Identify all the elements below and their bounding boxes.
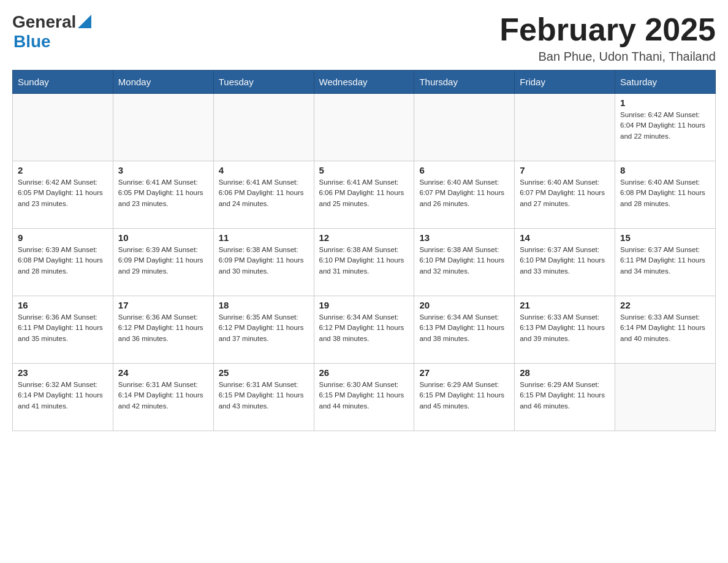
calendar-day-cell: [515, 94, 615, 161]
month-title: February 2025: [499, 12, 716, 47]
logo-blue-text: Blue: [13, 32, 51, 52]
calendar-day-cell: 13Sunrise: 6:38 AM Sunset: 6:10 PM Dayli…: [414, 229, 515, 296]
calendar-day-cell: 28Sunrise: 6:29 AM Sunset: 6:15 PM Dayli…: [515, 364, 615, 431]
day-info: Sunrise: 6:40 AM Sunset: 6:08 PM Dayligh…: [620, 177, 710, 209]
day-number: 27: [419, 367, 509, 378]
day-info: Sunrise: 6:37 AM Sunset: 6:11 PM Dayligh…: [620, 245, 710, 277]
day-info: Sunrise: 6:35 AM Sunset: 6:12 PM Dayligh…: [219, 312, 309, 344]
day-number: 24: [118, 367, 208, 378]
day-info: Sunrise: 6:42 AM Sunset: 6:05 PM Dayligh…: [18, 177, 108, 209]
day-number: 19: [319, 300, 409, 310]
day-info: Sunrise: 6:33 AM Sunset: 6:14 PM Dayligh…: [620, 312, 710, 344]
day-info: Sunrise: 6:41 AM Sunset: 6:06 PM Dayligh…: [319, 177, 409, 209]
logo: General Blue: [12, 12, 91, 52]
location: Ban Phue, Udon Thani, Thailand: [499, 50, 716, 64]
calendar-day-cell: 23Sunrise: 6:32 AM Sunset: 6:14 PM Dayli…: [13, 364, 113, 431]
day-number: 2: [18, 165, 108, 175]
calendar-day-cell: 11Sunrise: 6:38 AM Sunset: 6:09 PM Dayli…: [213, 229, 314, 296]
day-info: Sunrise: 6:41 AM Sunset: 6:05 PM Dayligh…: [118, 177, 208, 209]
day-number: 12: [319, 232, 409, 243]
svg-marker-0: [78, 15, 91, 28]
calendar-day-cell: [13, 94, 113, 161]
day-number: 18: [219, 300, 309, 310]
day-number: 10: [118, 232, 208, 243]
day-number: 9: [18, 232, 108, 243]
day-number: 26: [319, 367, 409, 378]
calendar-day-cell: 22Sunrise: 6:33 AM Sunset: 6:14 PM Dayli…: [615, 296, 716, 364]
calendar-week-row: 16Sunrise: 6:36 AM Sunset: 6:11 PM Dayli…: [13, 296, 716, 364]
day-info: Sunrise: 6:29 AM Sunset: 6:15 PM Dayligh…: [520, 380, 610, 412]
calendar-day-cell: 3Sunrise: 6:41 AM Sunset: 6:05 PM Daylig…: [113, 161, 213, 229]
day-info: Sunrise: 6:34 AM Sunset: 6:13 PM Dayligh…: [419, 312, 509, 344]
day-info: Sunrise: 6:41 AM Sunset: 6:06 PM Dayligh…: [219, 177, 309, 209]
calendar-day-cell: 20Sunrise: 6:34 AM Sunset: 6:13 PM Dayli…: [414, 296, 515, 364]
logo-general-text: General: [12, 12, 76, 32]
calendar-day-header: Saturday: [615, 71, 716, 94]
calendar-day-cell: [113, 94, 213, 161]
day-info: Sunrise: 6:33 AM Sunset: 6:13 PM Dayligh…: [520, 312, 610, 344]
calendar-day-cell: 4Sunrise: 6:41 AM Sunset: 6:06 PM Daylig…: [213, 161, 314, 229]
calendar-day-header: Friday: [515, 71, 615, 94]
logo-triangle-icon: [78, 15, 91, 28]
calendar-header-row: SundayMondayTuesdayWednesdayThursdayFrid…: [13, 71, 716, 94]
calendar-day-header: Wednesday: [314, 71, 414, 94]
day-number: 21: [520, 300, 610, 310]
calendar-day-header: Monday: [113, 71, 213, 94]
calendar-day-cell: [213, 94, 314, 161]
calendar-day-cell: 5Sunrise: 6:41 AM Sunset: 6:06 PM Daylig…: [314, 161, 414, 229]
day-number: 16: [18, 300, 108, 310]
day-number: 15: [620, 232, 710, 243]
day-number: 8: [620, 165, 710, 175]
calendar-day-cell: 17Sunrise: 6:36 AM Sunset: 6:12 PM Dayli…: [113, 296, 213, 364]
day-number: 20: [419, 300, 509, 310]
day-info: Sunrise: 6:30 AM Sunset: 6:15 PM Dayligh…: [319, 380, 409, 412]
calendar-day-cell: 25Sunrise: 6:31 AM Sunset: 6:15 PM Dayli…: [213, 364, 314, 431]
day-number: 5: [319, 165, 409, 175]
calendar-day-cell: [414, 94, 515, 161]
day-info: Sunrise: 6:38 AM Sunset: 6:10 PM Dayligh…: [319, 245, 409, 277]
day-number: 22: [620, 300, 710, 310]
day-info: Sunrise: 6:31 AM Sunset: 6:14 PM Dayligh…: [118, 380, 208, 412]
day-info: Sunrise: 6:40 AM Sunset: 6:07 PM Dayligh…: [520, 177, 610, 209]
calendar-day-cell: 1Sunrise: 6:42 AM Sunset: 6:04 PM Daylig…: [615, 94, 716, 161]
day-info: Sunrise: 6:32 AM Sunset: 6:14 PM Dayligh…: [18, 380, 108, 412]
calendar-day-cell: [615, 364, 716, 431]
day-info: Sunrise: 6:40 AM Sunset: 6:07 PM Dayligh…: [419, 177, 509, 209]
calendar-week-row: 2Sunrise: 6:42 AM Sunset: 6:05 PM Daylig…: [13, 161, 716, 229]
calendar-week-row: 23Sunrise: 6:32 AM Sunset: 6:14 PM Dayli…: [13, 364, 716, 431]
day-number: 7: [520, 165, 610, 175]
day-info: Sunrise: 6:29 AM Sunset: 6:15 PM Dayligh…: [419, 380, 509, 412]
day-number: 11: [219, 232, 309, 243]
day-number: 13: [419, 232, 509, 243]
calendar-day-cell: 26Sunrise: 6:30 AM Sunset: 6:15 PM Dayli…: [314, 364, 414, 431]
day-info: Sunrise: 6:39 AM Sunset: 6:08 PM Dayligh…: [18, 245, 108, 277]
calendar-day-cell: 18Sunrise: 6:35 AM Sunset: 6:12 PM Dayli…: [213, 296, 314, 364]
day-info: Sunrise: 6:38 AM Sunset: 6:09 PM Dayligh…: [219, 245, 309, 277]
day-number: 28: [520, 367, 610, 378]
day-info: Sunrise: 6:42 AM Sunset: 6:04 PM Dayligh…: [620, 110, 710, 142]
calendar-day-cell: 19Sunrise: 6:34 AM Sunset: 6:12 PM Dayli…: [314, 296, 414, 364]
title-section: February 2025 Ban Phue, Udon Thani, Thai…: [499, 12, 716, 64]
day-number: 14: [520, 232, 610, 243]
calendar-day-cell: 8Sunrise: 6:40 AM Sunset: 6:08 PM Daylig…: [615, 161, 716, 229]
page-header: General Blue February 2025 Ban Phue, Udo…: [12, 12, 716, 64]
day-number: 17: [118, 300, 208, 310]
calendar-day-header: Sunday: [13, 71, 113, 94]
day-info: Sunrise: 6:39 AM Sunset: 6:09 PM Dayligh…: [118, 245, 208, 277]
day-number: 4: [219, 165, 309, 175]
day-number: 3: [118, 165, 208, 175]
day-info: Sunrise: 6:36 AM Sunset: 6:11 PM Dayligh…: [18, 312, 108, 344]
calendar-day-cell: 24Sunrise: 6:31 AM Sunset: 6:14 PM Dayli…: [113, 364, 213, 431]
calendar-day-cell: 12Sunrise: 6:38 AM Sunset: 6:10 PM Dayli…: [314, 229, 414, 296]
calendar-day-header: Thursday: [414, 71, 515, 94]
day-number: 25: [219, 367, 309, 378]
calendar-day-cell: [314, 94, 414, 161]
day-info: Sunrise: 6:34 AM Sunset: 6:12 PM Dayligh…: [319, 312, 409, 344]
calendar-day-cell: 9Sunrise: 6:39 AM Sunset: 6:08 PM Daylig…: [13, 229, 113, 296]
calendar-day-cell: 15Sunrise: 6:37 AM Sunset: 6:11 PM Dayli…: [615, 229, 716, 296]
calendar-day-cell: 10Sunrise: 6:39 AM Sunset: 6:09 PM Dayli…: [113, 229, 213, 296]
calendar-day-cell: 16Sunrise: 6:36 AM Sunset: 6:11 PM Dayli…: [13, 296, 113, 364]
calendar-day-cell: 14Sunrise: 6:37 AM Sunset: 6:10 PM Dayli…: [515, 229, 615, 296]
day-info: Sunrise: 6:37 AM Sunset: 6:10 PM Dayligh…: [520, 245, 610, 277]
calendar-day-header: Tuesday: [213, 71, 314, 94]
